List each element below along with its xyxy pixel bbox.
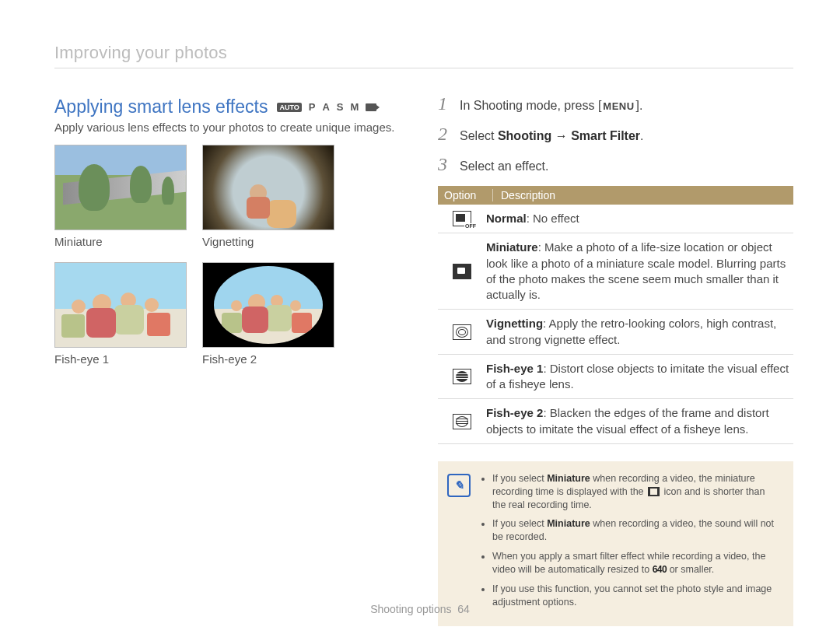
row-vignetting-label: Vignetting [486, 317, 543, 330]
step-2: 2 Select Shooting → Smart Filter. [438, 124, 793, 145]
note-1a: If you select [492, 473, 547, 484]
thumb-fisheye2-label: Fish-eye 2 [202, 352, 334, 366]
note-2a: If you select [492, 518, 547, 529]
thumb-fisheye1 [54, 262, 187, 348]
option-icon-fisheye2 [438, 405, 486, 437]
note-3a: When you apply a smart filter effect whi… [492, 551, 765, 575]
steps-list: 1 In Shooting mode, press [MENU]. 2 Sele… [438, 93, 793, 175]
content-columns: Applying smart lens effects AUTO P A S M… [54, 90, 793, 626]
menu-glyph: MENU [601, 100, 635, 112]
options-table-header: Option Description [438, 186, 793, 205]
step-2-bold: Shooting → Smart Filter [498, 129, 640, 142]
row-normal-sep: : [527, 212, 533, 225]
step-number: 2 [438, 124, 452, 145]
note-1: If you select Miniature when recording a… [492, 472, 781, 512]
page-footer: Shooting options 64 [0, 603, 840, 615]
divider [54, 68, 793, 68]
breadcrumb: Improving your photos [54, 43, 793, 63]
note-icon: ✎ [447, 474, 471, 497]
thumb-fisheye2 [202, 262, 334, 348]
options-table-body: Normal: No effect Miniature: Make a phot… [438, 205, 793, 444]
mode-icons: AUTO P A S M [277, 101, 376, 113]
mode-m-icon: M [351, 101, 359, 113]
note-1b: Miniature [547, 473, 590, 484]
row-vignetting-sep: : [543, 317, 549, 330]
mode-auto-icon: AUTO [277, 103, 301, 112]
note-box: ✎ If you select Miniature when recording… [438, 461, 793, 626]
note-list: If you select Miniature when recording a… [478, 472, 781, 615]
heading-text: Applying smart lens effects [54, 96, 268, 117]
fisheye1-icon [453, 369, 471, 384]
vignette-icon [453, 324, 471, 340]
row-fisheye2-sep: : [543, 406, 549, 419]
mode-s-icon: S [337, 101, 344, 113]
option-icon-fisheye1 [438, 361, 486, 393]
option-icon-vignetting [438, 316, 486, 348]
note-3: When you apply a smart filter effect whi… [492, 550, 781, 576]
step-1-text: In Shooting mode, press [MENU]. [460, 99, 643, 113]
row-normal-text: No effect [533, 212, 579, 225]
thumb-miniature-label: Miniature [54, 235, 187, 248]
row-miniature: Miniature: Make a photo of a life-size l… [438, 233, 793, 310]
row-normal-label: Normal [486, 212, 527, 225]
row-fisheye2: Fish-eye 2: Blacken the edges of the fra… [438, 399, 793, 444]
page: Improving your photos Applying smart len… [0, 0, 840, 634]
step-1-pre: In Shooting mode, press [ [460, 99, 601, 112]
mode-a-icon: A [322, 101, 329, 113]
glyph-640: 640 [653, 563, 667, 576]
step-number: 3 [438, 154, 452, 175]
note-3c: or smaller. [667, 564, 714, 575]
row-miniature-sep: : [538, 240, 544, 254]
row-fisheye2-label: Fish-eye 2 [486, 406, 543, 419]
th-description: Description [493, 189, 555, 201]
miniature-glyph-icon [648, 487, 660, 496]
left-column: Applying smart lens effects AUTO P A S M… [54, 90, 401, 626]
step-1-post: ]. [636, 99, 643, 112]
row-vignetting: Vignetting: Apply the retro-looking colo… [438, 310, 793, 355]
footer-page-number: 64 [457, 603, 470, 615]
thumb-fisheye1-label: Fish-eye 1 [54, 352, 187, 366]
step-2-post: . [640, 129, 643, 142]
thumbnail-grid: Miniature Vignetting Fish-eye 1 Fish-eye… [54, 145, 401, 377]
thumb-vignetting-label: Vignetting [202, 235, 334, 248]
footer-section: Shooting options [370, 603, 451, 615]
off-icon [453, 211, 471, 226]
row-fisheye1-sep: : [543, 362, 549, 375]
note-2b: Miniature [547, 518, 590, 529]
intro-text: Apply various lens effects to your photo… [54, 121, 401, 134]
row-miniature-label: Miniature [486, 240, 538, 254]
step-1: 1 In Shooting mode, press [MENU]. [438, 93, 793, 114]
section-heading: Applying smart lens effects AUTO P A S M [54, 96, 401, 117]
mode-video-icon [366, 103, 376, 111]
note-2: If you select Miniature when recording a… [492, 517, 781, 544]
step-number: 1 [438, 93, 452, 114]
step-2-pre: Select [460, 129, 498, 142]
thumb-vignetting [202, 145, 334, 230]
step-2-text: Select Shooting → Smart Filter. [460, 129, 644, 143]
step-3: 3 Select an effect. [438, 154, 793, 175]
option-icon-normal [438, 211, 486, 226]
fisheye2-icon [453, 414, 471, 429]
th-option: Option [438, 189, 493, 201]
mode-p-icon: P [309, 101, 316, 113]
right-column: 1 In Shooting mode, press [MENU]. 2 Sele… [438, 90, 793, 626]
thumb-miniature [54, 145, 187, 230]
option-icon-miniature [438, 240, 486, 303]
row-fisheye1: Fish-eye 1: Distort close objects to imi… [438, 355, 793, 400]
row-normal: Normal: No effect [438, 205, 793, 233]
row-fisheye1-label: Fish-eye 1 [486, 362, 543, 375]
step-3-text: Select an effect. [460, 159, 548, 173]
miniature-icon [453, 264, 471, 279]
